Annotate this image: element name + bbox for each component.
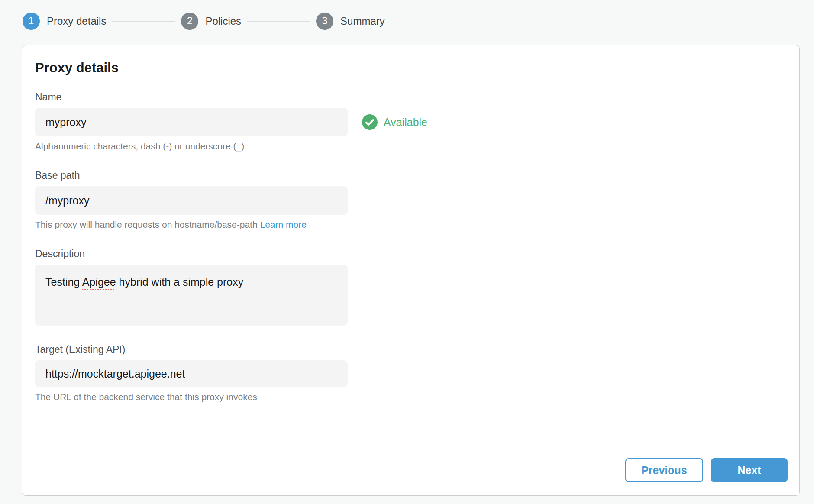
description-label: Description [35, 248, 799, 260]
step-2-circle: 2 [181, 13, 198, 30]
name-label: Name [35, 91, 799, 103]
step-1-circle: 1 [23, 13, 40, 30]
proxy-details-panel: Proxy details Name Available Alphanumeri… [22, 45, 800, 496]
description-field-group: Description Testing Apigee hybrid with a… [35, 248, 799, 326]
step-3-circle: 3 [316, 13, 333, 30]
description-misspelled-word: Apigee [82, 276, 116, 288]
base-path-input[interactable] [35, 186, 348, 215]
target-field-group: Target (Existing API) The URL of the bac… [35, 344, 799, 402]
base-path-helper-body: This proxy will handle requests on hostn… [35, 220, 260, 229]
step-3-label: Summary [340, 15, 385, 27]
name-availability-status: Available [362, 108, 427, 136]
learn-more-link[interactable]: Learn more [260, 220, 306, 229]
step-2-label: Policies [205, 15, 241, 27]
base-path-label: Base path [35, 170, 799, 181]
base-path-field-group: Base path This proxy will handle request… [35, 170, 799, 230]
description-text: hybrid with a simple proxy [116, 276, 244, 288]
next-button[interactable]: Next [711, 458, 788, 482]
check-circle-icon [362, 114, 378, 130]
base-path-helper-text: This proxy will handle requests on hostn… [35, 220, 799, 230]
stepper-step-policies[interactable]: 2 Policies [181, 13, 241, 30]
target-input[interactable] [35, 360, 348, 387]
target-helper-text: The URL of the backend service that this… [35, 392, 799, 402]
previous-button[interactable]: Previous [625, 458, 703, 482]
availability-label: Available [384, 116, 427, 129]
stepper-step-summary[interactable]: 3 Summary [316, 13, 385, 30]
stepper-connector [247, 21, 310, 22]
description-textarea[interactable]: Testing Apigee hybrid with a simple prox… [35, 265, 348, 326]
target-label: Target (Existing API) [35, 344, 799, 355]
name-helper-text: Alphanumeric characters, dash (-) or und… [35, 141, 799, 152]
wizard-footer-buttons: Previous Next [625, 458, 788, 482]
name-input[interactable] [35, 108, 348, 136]
panel-title: Proxy details [35, 60, 799, 76]
stepper-connector [112, 21, 175, 22]
name-field-group: Name Available Alphanumeric characters, … [35, 91, 799, 152]
wizard-stepper: 1 Proxy details 2 Policies 3 Summary [23, 12, 814, 30]
description-text: Testing [45, 276, 82, 288]
stepper-step-proxy-details[interactable]: 1 Proxy details [23, 13, 106, 30]
step-1-label: Proxy details [47, 15, 106, 27]
